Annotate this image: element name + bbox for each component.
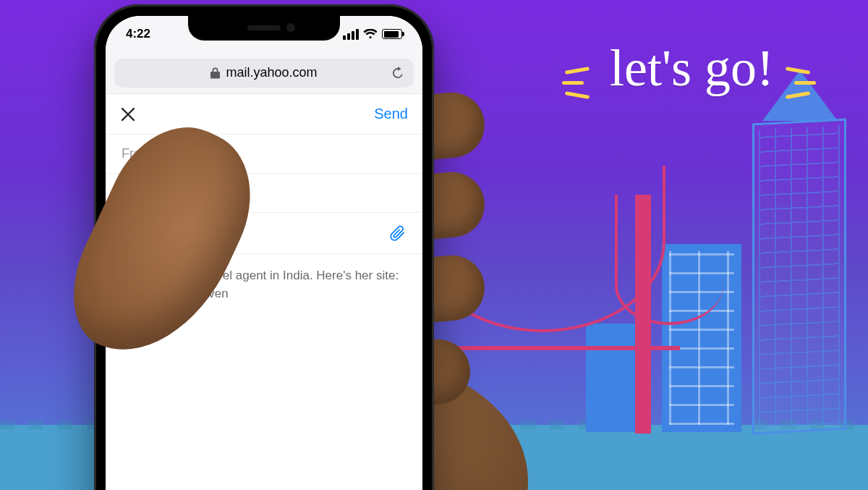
spark-line bbox=[565, 91, 590, 99]
url-text: mail.yahoo.com bbox=[226, 65, 317, 80]
iphone-notch bbox=[188, 16, 340, 41]
paperclip-icon[interactable] bbox=[389, 224, 407, 242]
reload-icon[interactable] bbox=[391, 66, 405, 80]
spark-line bbox=[562, 81, 584, 85]
close-icon[interactable] bbox=[120, 106, 136, 122]
slogan-text: let's go! bbox=[610, 42, 774, 94]
building-tall bbox=[752, 119, 846, 435]
cellular-signal-icon bbox=[343, 29, 359, 40]
promo-scene: let's go! 4:22 bbox=[0, 0, 868, 490]
lock-icon bbox=[210, 67, 220, 79]
compose-toolbar: Send bbox=[106, 94, 422, 134]
wifi-icon bbox=[363, 29, 378, 39]
battery-icon bbox=[382, 29, 402, 39]
spark-line bbox=[565, 67, 590, 75]
safari-address-bar: mail.yahoo.com bbox=[106, 52, 422, 94]
status-time: 4:22 bbox=[126, 27, 150, 41]
hand-holding-phone: 4:22 mail.yahoo.com bbox=[94, 0, 448, 490]
send-button[interactable]: Send bbox=[374, 106, 408, 122]
spark-line bbox=[794, 81, 816, 85]
building-mid bbox=[662, 244, 741, 432]
building-small bbox=[586, 324, 651, 432]
url-field[interactable]: mail.yahoo.com bbox=[114, 59, 414, 88]
